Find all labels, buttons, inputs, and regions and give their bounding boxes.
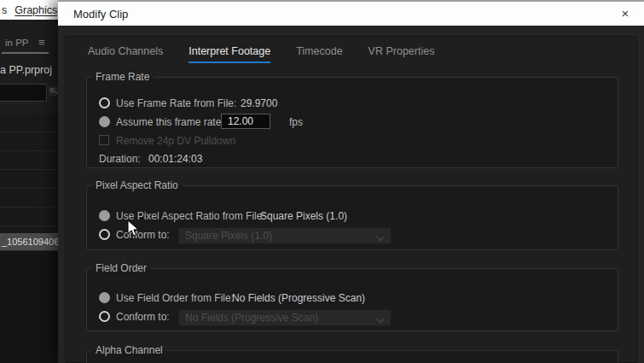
frame-rate-file-value: 29.9700 xyxy=(241,97,277,109)
duration-value: 00:01:24:03 xyxy=(148,153,202,165)
remove-pulldown-checkbox[interactable] xyxy=(99,135,109,145)
field-order-group: Field Order Use Field Order from File: N… xyxy=(86,262,618,331)
active-panel-underline xyxy=(2,52,49,54)
search-icon[interactable] xyxy=(49,86,58,96)
dialog-titlebar[interactable]: Modify Clip × xyxy=(58,2,644,26)
remove-pulldown-label: Remove 24p DV Pulldown xyxy=(116,135,235,147)
menu-item-graphics[interactable]: Graphics xyxy=(15,4,57,16)
conform-par-label: Conform to: xyxy=(116,229,170,241)
conform-field-order-radio[interactable] xyxy=(99,311,110,322)
field-order-conform-dropdown[interactable]: No Fields (Progressive Scan) xyxy=(178,309,392,326)
project-panel: in PP ≡ a PP.prproj _1056109406. xyxy=(0,20,58,363)
duration-label: Duration: xyxy=(99,153,141,165)
tab-bar: Audio Channels Interpret Footage Timecod… xyxy=(88,45,434,63)
par-conform-dropdown[interactable]: Square Pixels (1.0) xyxy=(178,227,392,244)
dialog-content-panel: Audio Channels Interpret Footage Timecod… xyxy=(65,36,637,363)
chevron-down-icon xyxy=(376,315,384,323)
chevron-down-icon xyxy=(376,233,384,241)
hamburger-icon[interactable]: ≡ xyxy=(38,36,44,49)
tab-interpret-footage[interactable]: Interpret Footage xyxy=(189,45,270,63)
list-empty-area xyxy=(0,250,58,363)
frame-rate-group-title: Frame Rate xyxy=(91,71,154,83)
field-order-conform-dropdown-value: No Fields (Progressive Scan) xyxy=(185,312,318,324)
alpha-channel-group: Alpha Channel xyxy=(86,344,618,363)
tab-timecode[interactable]: Timecode xyxy=(296,45,342,63)
mouse-cursor xyxy=(127,220,141,238)
assume-frame-rate-label: Assume this frame rate: xyxy=(116,116,224,128)
use-frame-rate-label: Use Frame Rate from File: xyxy=(116,97,236,109)
conform-par-radio[interactable] xyxy=(99,229,110,240)
tab-audio-channels[interactable]: Audio Channels xyxy=(88,45,163,63)
close-icon[interactable]: × xyxy=(613,2,637,26)
search-input[interactable] xyxy=(0,84,47,102)
dialog-title: Modify Clip xyxy=(73,8,128,20)
menu-item-partial[interactable]: s xyxy=(2,4,7,16)
par-file-value: Square Pixels (1.0) xyxy=(260,210,347,222)
frame-rate-group: Frame Rate Use Frame Rate from File: 29.… xyxy=(86,71,618,168)
field-order-file-value: No Fields (Progressive Scan) xyxy=(232,292,365,304)
modify-clip-dialog: Modify Clip × Audio Channels Interpret F… xyxy=(58,0,644,363)
app-menubar: s Graphics Vi xyxy=(0,0,60,20)
fps-label: fps xyxy=(289,116,303,128)
use-field-order-label: Use Field Order from File: xyxy=(116,292,234,304)
search-handle xyxy=(55,91,57,94)
panel-tab-label[interactable]: in PP xyxy=(5,38,29,48)
alpha-channel-group-title: Alpha Channel xyxy=(91,344,167,356)
field-order-group-title: Field Order xyxy=(91,262,151,274)
project-title: a PP.prproj xyxy=(0,64,58,76)
project-item-list[interactable] xyxy=(0,114,58,233)
tab-vr-properties[interactable]: VR Properties xyxy=(368,45,435,63)
pixel-aspect-ratio-group-title: Pixel Aspect Ratio xyxy=(91,179,183,191)
use-par-radio[interactable] xyxy=(99,210,110,221)
selected-clip-label: _1056109406. xyxy=(2,237,58,247)
pixel-aspect-ratio-group: Pixel Aspect Ratio Use Pixel Aspect Rati… xyxy=(86,179,618,250)
frame-rate-input[interactable] xyxy=(221,114,270,129)
use-field-order-radio[interactable] xyxy=(99,292,110,303)
conform-field-order-label: Conform to: xyxy=(116,311,170,323)
screen: s Graphics Vi in PP ≡ a PP.prproj _10561… xyxy=(0,0,644,363)
selected-clip-row[interactable]: _1056109406. xyxy=(0,233,58,250)
assume-frame-rate-radio[interactable] xyxy=(99,116,110,127)
use-frame-rate-radio[interactable] xyxy=(99,97,110,108)
par-conform-dropdown-value: Square Pixels (1.0) xyxy=(185,230,272,242)
